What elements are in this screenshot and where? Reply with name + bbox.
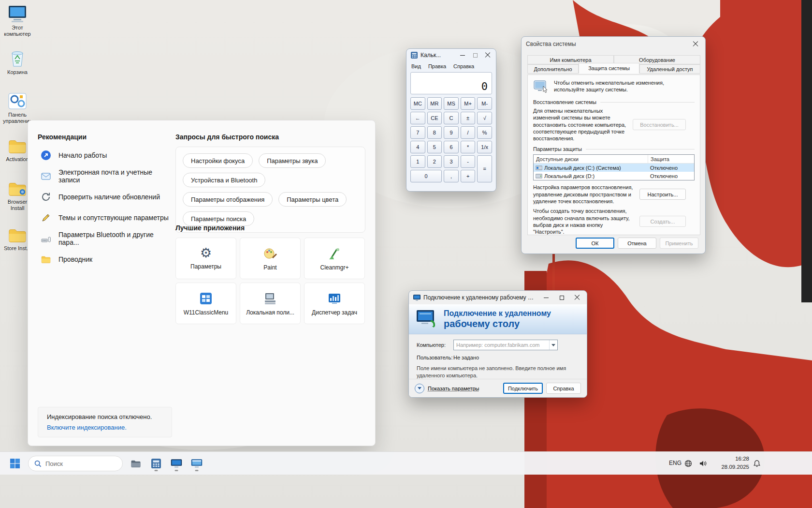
volume-icon[interactable] bbox=[696, 455, 710, 472]
tab-remote-access[interactable]: Удаленный доступ bbox=[639, 64, 700, 74]
create-button[interactable]: Создать... bbox=[639, 216, 686, 227]
desktop-icon-recycle-bin[interactable]: Корзина bbox=[2, 48, 33, 75]
calc-btn-minus[interactable]: - bbox=[461, 155, 476, 168]
rec-item-themes[interactable]: Темы и сопутствующие параметры bbox=[38, 207, 176, 228]
calc-btn-percent[interactable]: % bbox=[477, 126, 492, 139]
calc-btn-sqrt[interactable]: √ bbox=[477, 112, 492, 124]
enable-indexing-link[interactable]: Включите индексирование. bbox=[47, 424, 127, 431]
calc-btn-ms[interactable]: MS bbox=[444, 97, 459, 110]
menu-edit[interactable]: Правка bbox=[428, 63, 446, 69]
column-header-drives[interactable]: Доступные диски bbox=[534, 155, 648, 163]
calc-btn-decimal[interactable]: , bbox=[444, 170, 459, 182]
calc-btn-1[interactable]: 1 bbox=[410, 155, 425, 168]
calc-btn-mplus[interactable]: M+ bbox=[461, 97, 476, 110]
calc-btn-mr[interactable]: MR bbox=[427, 97, 442, 110]
column-header-protection[interactable]: Защита bbox=[648, 155, 694, 163]
desktop-icon-this-pc[interactable]: Этот компьютер bbox=[2, 5, 33, 37]
configure-button[interactable]: Настроить... bbox=[639, 189, 686, 200]
menu-help[interactable]: Справка bbox=[453, 63, 474, 69]
taskbar-system-window[interactable] bbox=[188, 455, 205, 472]
cleanmgr-icon bbox=[327, 246, 342, 261]
calc-btn-divide[interactable]: / bbox=[461, 126, 476, 139]
calc-btn-c[interactable]: C bbox=[444, 112, 459, 124]
calc-btn-negate[interactable]: ± bbox=[461, 112, 476, 124]
calc-btn-multiply[interactable]: * bbox=[461, 141, 476, 153]
app-tile-task-manager[interactable]: Диспетчер задач bbox=[304, 283, 365, 324]
quick-search-pill[interactable]: Параметры отображения bbox=[183, 192, 273, 207]
drive-row-c[interactable]: Локальный диск (C:) (Система) Отключено bbox=[534, 164, 694, 172]
ok-button[interactable]: ОК bbox=[576, 238, 614, 249]
calculator-window: Кальк... Вид Правка Справка 0 MC MR MS M… bbox=[406, 48, 496, 192]
calc-btn-6[interactable]: 6 bbox=[444, 141, 459, 153]
rec-item-email-accounts[interactable]: Электронная почта и учетные записи bbox=[38, 165, 176, 186]
notification-bell-icon[interactable] bbox=[750, 455, 764, 472]
taskbar-rdp[interactable] bbox=[168, 455, 185, 472]
calc-btn-7[interactable]: 7 bbox=[410, 126, 425, 139]
desktop-icon-label: Activation bbox=[6, 156, 29, 163]
help-button[interactable]: Справка bbox=[546, 383, 581, 394]
calc-btn-5[interactable]: 5 bbox=[427, 141, 442, 153]
app-tile-w11classicmenu[interactable]: W11ClassicMenu bbox=[175, 283, 236, 324]
close-button[interactable] bbox=[481, 49, 494, 61]
rec-item-check-updates[interactable]: Проверить наличие обновлений bbox=[38, 186, 176, 207]
calc-btn-mminus[interactable]: M- bbox=[477, 97, 492, 110]
minimize-button[interactable] bbox=[538, 291, 554, 304]
calc-btn-3[interactable]: 3 bbox=[444, 155, 459, 168]
calc-btn-8[interactable]: 8 bbox=[427, 126, 442, 139]
app-tile-settings[interactable]: ⚙ Параметры bbox=[175, 238, 236, 279]
menu-view[interactable]: Вид bbox=[411, 63, 421, 69]
search-panel: Рекомендации Начало работы Электронная п… bbox=[28, 120, 376, 446]
rec-item-getting-started[interactable]: Начало работы bbox=[38, 145, 176, 165]
restore-button[interactable]: Восстановить... bbox=[633, 119, 686, 130]
gear-icon: ⚙ bbox=[200, 247, 212, 260]
start-button[interactable] bbox=[7, 455, 23, 472]
quick-search-pill[interactable]: Устройства и Bluetooth bbox=[183, 173, 265, 187]
close-button[interactable] bbox=[688, 37, 703, 51]
drive-row-d[interactable]: Локальный диск (D:) Отключено bbox=[534, 172, 694, 180]
calc-btn-4[interactable]: 4 bbox=[410, 141, 425, 153]
show-options-chevron-icon[interactable] bbox=[415, 384, 424, 393]
rec-item-bluetooth-devices[interactable]: Параметры Bluetooth и другие пара... bbox=[38, 228, 176, 249]
minimize-button[interactable] bbox=[456, 49, 469, 61]
chevron-down-icon[interactable] bbox=[549, 340, 557, 350]
cancel-button[interactable]: Отмена bbox=[618, 238, 656, 249]
taskbar-calculator[interactable] bbox=[148, 455, 164, 472]
tab-advanced[interactable]: Дополнительно bbox=[527, 64, 579, 74]
app-tile-cleanmgr[interactable]: Cleanmgr+ bbox=[304, 238, 365, 279]
calc-btn-2[interactable]: 2 bbox=[427, 155, 442, 168]
calc-btn-plus[interactable]: + bbox=[461, 170, 476, 182]
show-options-link[interactable]: Показать параметры bbox=[428, 386, 479, 391]
computer-input[interactable] bbox=[454, 340, 549, 350]
calc-btn-backspace[interactable]: ← bbox=[410, 112, 425, 124]
quick-search-pill[interactable]: Параметры цвета bbox=[278, 192, 347, 207]
calc-btn-9[interactable]: 9 bbox=[444, 126, 459, 139]
maximize-button[interactable] bbox=[554, 291, 569, 304]
network-globe-icon[interactable] bbox=[682, 455, 695, 472]
calc-btn-0[interactable]: 0 bbox=[410, 170, 442, 182]
close-button[interactable] bbox=[569, 291, 585, 304]
taskbar-clock[interactable]: 16:28 28.09.2025 bbox=[712, 455, 749, 471]
calc-btn-reciprocal[interactable]: 1/x bbox=[477, 141, 492, 153]
maximize-button[interactable] bbox=[469, 49, 481, 61]
app-tile-paint[interactable]: Paint bbox=[240, 238, 301, 279]
calc-btn-ce[interactable]: CE bbox=[427, 112, 442, 124]
window-title: Свойства системы bbox=[526, 41, 576, 47]
app-tile-local-policy[interactable]: Локальная поли... bbox=[240, 283, 301, 324]
search-input[interactable] bbox=[45, 460, 108, 467]
rec-item-label: Начало работы bbox=[58, 151, 107, 159]
app-tile-label: Cleanmgr+ bbox=[320, 264, 348, 271]
quick-search-pill[interactable]: Параметры звука bbox=[259, 153, 326, 168]
rec-item-explorer[interactable]: Проводник bbox=[38, 249, 176, 269]
calc-btn-mc[interactable]: MC bbox=[410, 97, 425, 110]
apply-button[interactable]: Применить bbox=[660, 238, 698, 249]
quick-search-pill[interactable]: Настройки фокуса bbox=[183, 153, 253, 168]
app-tile-label: Диспетчер задач bbox=[312, 309, 357, 316]
taskbar-search-box[interactable] bbox=[28, 456, 123, 471]
desktop-icon-control-panel[interactable]: Панель управления bbox=[2, 92, 33, 124]
computer-combobox[interactable] bbox=[453, 340, 558, 350]
connect-button[interactable]: Подключить bbox=[503, 383, 543, 394]
language-indicator[interactable]: ENG bbox=[669, 460, 682, 466]
tab-system-protection[interactable]: Защита системы bbox=[579, 63, 639, 74]
calc-btn-equals[interactable]: = bbox=[477, 155, 492, 182]
taskbar-file-explorer[interactable] bbox=[128, 455, 144, 472]
